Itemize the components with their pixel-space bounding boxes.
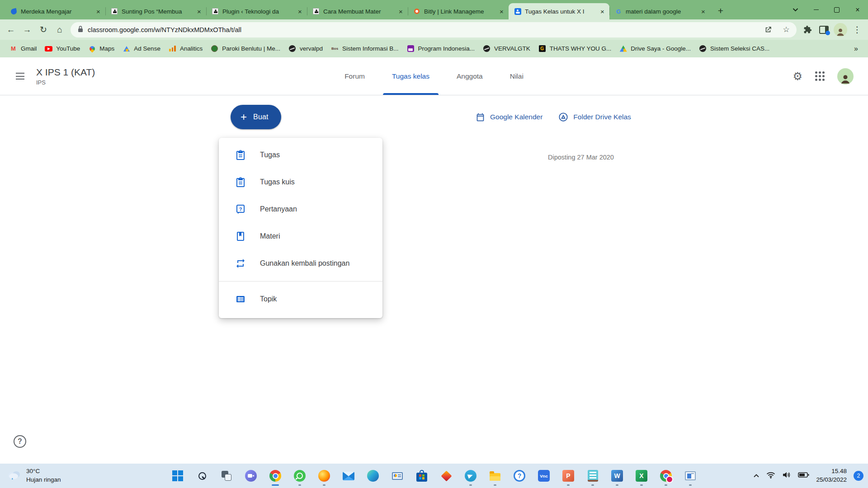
- bookmark-program-indonesia[interactable]: Program Indonesia...: [403, 42, 479, 55]
- bookmark-thats-why[interactable]: G THATS WHY YOU G...: [534, 42, 616, 55]
- bookmark-youtube[interactable]: YouTube: [41, 42, 84, 55]
- telegram-icon[interactable]: [465, 470, 476, 482]
- help-icon[interactable]: ?: [14, 435, 26, 448]
- bookmark-adsense[interactable]: Ad Sense: [118, 42, 165, 55]
- bookmark-star-icon[interactable]: ☆: [779, 23, 793, 37]
- gear-icon[interactable]: ⚙: [793, 71, 802, 82]
- menu-item-gunakan-kembali[interactable]: Gunakan kembali postingan: [219, 250, 382, 277]
- side-panel-icon[interactable]: [816, 22, 832, 38]
- battery-icon[interactable]: [798, 472, 809, 480]
- menu-item-materi[interactable]: Materi: [219, 223, 382, 250]
- browser-tab-plugin[interactable]: Plugin ‹ Teknologi da ×: [206, 3, 307, 19]
- reload-button[interactable]: ↻: [35, 22, 52, 38]
- tab-close-icon[interactable]: ×: [497, 7, 506, 16]
- chrome-icon[interactable]: [269, 470, 281, 482]
- start-button[interactable]: [172, 470, 184, 482]
- menu-item-tugas-kuis[interactable]: Tugas kuis: [219, 169, 382, 196]
- menu-item-topik[interactable]: Topik: [219, 286, 382, 313]
- class-title-block[interactable]: X IPS 1 (KAT) IPS: [36, 66, 95, 85]
- menu-item-pertanyaan[interactable]: ? Pertanyaan: [219, 196, 382, 223]
- microsoft-store-icon[interactable]: [416, 470, 428, 482]
- wifi-icon[interactable]: [766, 471, 775, 480]
- bookmark-sistem-seleksi[interactable]: Sistem Seleksi CAS...: [695, 42, 774, 55]
- url-text[interactable]: classroom.google.com/w/NTYzNDkxMDMxOTha/…: [88, 26, 757, 33]
- chrome-profile-icon[interactable]: [660, 470, 672, 482]
- excel-icon[interactable]: X: [636, 470, 647, 482]
- search-icon[interactable]: [196, 470, 208, 482]
- tab-close-icon[interactable]: ×: [598, 7, 607, 16]
- forward-button[interactable]: →: [19, 22, 35, 38]
- tab-close-icon[interactable]: ×: [699, 7, 708, 16]
- notification-badge[interactable]: 2: [854, 471, 863, 481]
- task-view-icon[interactable]: [221, 470, 232, 482]
- extensions-puzzle-icon[interactable]: [799, 22, 816, 38]
- taskbar-weather-widget[interactable]: 30°C Hujan ringan: [6, 464, 61, 488]
- clock-widget[interactable]: 15.48 25/03/2022: [816, 467, 847, 484]
- tab-search-chevron-icon[interactable]: [785, 0, 806, 19]
- maximize-button[interactable]: [826, 0, 847, 19]
- browser-tab-merdeka[interactable]: Merdeka Mengajar ×: [5, 3, 105, 19]
- mail-icon[interactable]: [343, 470, 354, 482]
- address-bar[interactable]: classroom.google.com/w/NTYzNDkxMDMxOTha/…: [71, 22, 797, 38]
- bookmark-sistem-informasi[interactable]: Bos Sistem Informasi B...: [327, 42, 403, 55]
- window-app-icon[interactable]: [684, 470, 696, 482]
- apps-grid-icon[interactable]: [815, 71, 825, 81]
- bookmark-vervalpd[interactable]: vervalpd: [284, 42, 327, 55]
- bookmark-paroki[interactable]: Paroki Benlutu | Me...: [207, 42, 284, 55]
- tab-close-icon[interactable]: ×: [396, 7, 405, 16]
- browser-tab-materi-google[interactable]: G materi dalam google ×: [609, 3, 710, 19]
- tab-tugas-kelas[interactable]: Tugas kelas: [378, 57, 443, 95]
- minimize-button[interactable]: [806, 0, 826, 19]
- create-button[interactable]: + Buat: [231, 105, 281, 129]
- browser-profile-avatar[interactable]: [834, 23, 847, 37]
- edge-icon[interactable]: [367, 470, 379, 482]
- tab-anggota[interactable]: Anggota: [443, 57, 496, 95]
- menu-item-tugas[interactable]: Tugas: [219, 141, 382, 169]
- drive-folder-link[interactable]: Folder Drive Kelas: [558, 112, 631, 122]
- volume-icon[interactable]: [782, 471, 791, 480]
- tray-chevron-icon[interactable]: [753, 472, 760, 480]
- tab-title: materi dalam google: [626, 8, 695, 15]
- word-icon[interactable]: W: [611, 470, 623, 482]
- firefox-icon[interactable]: [318, 470, 330, 482]
- tab-nilai[interactable]: Nilai: [496, 57, 537, 95]
- chat-icon[interactable]: [245, 470, 257, 482]
- bookmark-analytics[interactable]: Analitics: [165, 42, 207, 55]
- browser-tab-tugas-kelas-active[interactable]: Tugas Kelas untuk X I ×: [509, 3, 609, 19]
- back-button[interactable]: ←: [3, 22, 19, 38]
- browser-tab-cara-membuat[interactable]: Cara Membuat Mater ×: [307, 3, 408, 19]
- browser-tab-bitly[interactable]: Bitly | Link Manageme ×: [408, 3, 509, 19]
- tab-close-icon[interactable]: ×: [195, 7, 203, 16]
- bookmark-drive-saya[interactable]: Drive Saya - Google...: [615, 42, 695, 55]
- google-calendar-link[interactable]: Google Kalender: [475, 112, 542, 122]
- browser-tab-sunting-pos[interactable]: Sunting Pos “Membua ×: [105, 3, 206, 19]
- tab-close-icon[interactable]: ×: [296, 7, 304, 16]
- tab-close-icon[interactable]: ×: [94, 7, 103, 16]
- close-window-button[interactable]: ×: [847, 0, 868, 19]
- quiz-assignment-icon: [235, 177, 246, 188]
- bookmark-maps[interactable]: Maps: [84, 42, 118, 55]
- whatsapp-icon[interactable]: [294, 470, 306, 482]
- bos-icon: Bos: [331, 45, 339, 52]
- vnc-viewer-icon[interactable]: Vnc: [538, 470, 550, 482]
- weather-text: 30°C Hujan ringan: [26, 467, 61, 484]
- account-avatar[interactable]: [837, 68, 854, 84]
- diamond-app-icon[interactable]: [440, 470, 452, 482]
- screen: Merdeka Mengajar × Sunting Pos “Membua ×…: [0, 0, 868, 488]
- tab-forum[interactable]: Forum: [331, 57, 378, 95]
- notepad-icon[interactable]: [587, 470, 599, 482]
- file-explorer-icon[interactable]: [489, 470, 501, 482]
- control-panel-icon[interactable]: [392, 470, 403, 482]
- get-help-icon[interactable]: ?: [514, 470, 525, 482]
- windows-taskbar: 30°C Hujan ringan ? Vnc P W X: [0, 464, 868, 488]
- bookmark-gmail[interactable]: M Gmail: [5, 42, 41, 55]
- bookmark-vervalgtk[interactable]: VERVALGTK: [479, 42, 534, 55]
- new-tab-button[interactable]: +: [714, 4, 727, 18]
- home-button[interactable]: ⌂: [52, 22, 68, 38]
- hamburger-menu-icon[interactable]: [11, 67, 29, 85]
- clock-date: 25/03/2022: [816, 476, 847, 484]
- share-icon[interactable]: [761, 23, 775, 37]
- powerpoint-icon[interactable]: P: [562, 470, 574, 482]
- bookmarks-overflow-icon[interactable]: »: [849, 45, 863, 53]
- browser-menu-icon[interactable]: ⋮: [849, 22, 865, 38]
